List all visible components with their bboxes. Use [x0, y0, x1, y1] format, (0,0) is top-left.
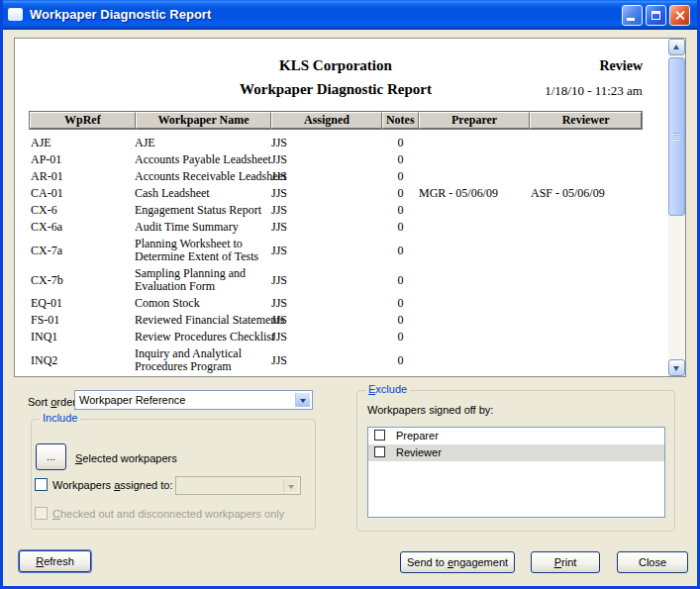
scroll-down-button[interactable] — [668, 359, 685, 376]
assigned-to-dropdown — [175, 476, 301, 495]
column-header-workpaper-name: Workpaper Name — [136, 112, 272, 129]
table-cell — [531, 159, 643, 161]
table-cell: CX-7a — [29, 244, 135, 258]
table-cell: INQ1 — [29, 330, 135, 344]
exclude-group: Exclude Workpapers signed off by: Prepar… — [356, 390, 675, 532]
table-cell: Sampling Planning and Evaluation Form — [135, 266, 271, 294]
table-cell: CX-6 — [29, 203, 135, 218]
table-cell — [531, 359, 643, 361]
checkbox[interactable] — [374, 430, 385, 441]
table-row: CX-6aAudit Time SummaryJJS0 — [29, 219, 643, 236]
table-cell — [531, 176, 643, 178]
minimize-icon — [627, 18, 635, 21]
table-cell — [419, 320, 531, 322]
scrollbar-thumb[interactable] — [668, 57, 685, 216]
column-header-reviewer: Reviewer — [530, 112, 642, 129]
table-cell: JJS — [271, 330, 382, 344]
select-workpapers-button[interactable]: ... — [36, 443, 66, 470]
table-cell: Planning Worksheet to Determine Extent o… — [135, 237, 271, 264]
close-dialog-button[interactable]: Close — [617, 551, 688, 573]
table-cell: JJS — [271, 186, 382, 201]
report-table-header: WpRefWorkpaper NameAssignedNotesPreparer… — [29, 111, 643, 130]
table-cell — [419, 303, 531, 305]
table-row: CX-6Engagement Status ReportJJS0 — [29, 202, 643, 219]
table-cell: Reviewed Financial Statements — [135, 313, 271, 328]
assigned-to-dropdown-button — [283, 478, 299, 493]
table-cell: JJS — [271, 313, 382, 328]
table-cell — [419, 249, 531, 251]
table-cell — [531, 320, 643, 322]
scroll-up-button[interactable] — [668, 39, 685, 55]
sort-order-dropdown-button[interactable] — [295, 392, 311, 408]
table-cell: Accounts Receivable Leadsheet — [135, 169, 271, 184]
table-cell: JJS — [271, 152, 382, 167]
report-header: KLS Corporation Review Workpaper Diagnos… — [29, 57, 643, 97]
table-cell: Audit Time Summary — [135, 220, 271, 235]
table-cell — [419, 359, 531, 361]
scroll-up-icon — [673, 45, 679, 49]
table-row: EQ-01Comon StockJJS0 — [29, 295, 643, 312]
print-button[interactable]: Print — [531, 551, 600, 573]
column-header-wpref: WpRef — [30, 112, 136, 129]
vertical-scrollbar[interactable] — [668, 39, 685, 376]
table-cell: CX-7b — [29, 273, 135, 288]
report-content: KLS Corporation Review Workpaper Diagnos… — [15, 39, 668, 376]
workpapers-assigned-label: Workpapers assigned to: — [52, 479, 172, 491]
report-table: WpRefWorkpaper NameAssignedNotesPreparer… — [29, 111, 643, 376]
exclude-item-label: Preparer — [396, 428, 439, 444]
chevron-down-icon — [288, 485, 294, 489]
table-cell: 0 — [382, 136, 419, 150]
table-cell: AJE — [29, 136, 135, 150]
scroll-down-icon — [673, 366, 679, 371]
table-cell: CX-6a — [29, 220, 135, 235]
report-table-body: AJEAJEJJS0AP-01Accounts Payable Leadshee… — [29, 135, 643, 376]
table-row: INQ2Inquiry and Analytical Procedures Pr… — [29, 345, 643, 375]
table-cell: EQ-01 — [29, 296, 135, 311]
app-icon — [8, 8, 23, 21]
maximize-button[interactable] — [646, 5, 666, 26]
table-cell: Accounts Payable Leadsheet — [135, 152, 271, 167]
table-cell — [419, 176, 531, 178]
table-cell: INQ2 — [29, 353, 135, 368]
include-group: Include ... Selected workpapers Workpape… — [31, 419, 316, 530]
report-preview-panel: KLS Corporation Review Workpaper Diagnos… — [14, 38, 686, 377]
table-cell: JJS — [271, 136, 382, 150]
exclude-list[interactable]: PreparerReviewer — [367, 427, 665, 518]
column-header-notes: Notes — [382, 112, 419, 129]
table-cell — [531, 249, 643, 251]
table-cell: JJS — [271, 273, 382, 288]
title-bar[interactable]: Workpaper Diagnostic Report — [0, 0, 700, 30]
table-cell: Review Procedures Checklist — [135, 330, 271, 344]
sort-order-dropdown[interactable]: Workpaper Reference — [74, 390, 313, 410]
chevron-down-icon — [300, 399, 306, 403]
table-cell: Engagement Status Report — [135, 203, 271, 218]
table-cell — [531, 279, 643, 281]
table-cell: JJS — [271, 353, 382, 368]
exclude-item-label: Reviewer — [396, 444, 442, 461]
include-group-label: Include — [40, 412, 80, 424]
workpaper-diagnostic-report-dialog: Workpaper Diagnostic Report KLS Corporat… — [0, 0, 700, 589]
signed-off-by-label: Workpapers signed off by: — [367, 404, 493, 416]
report-datetime: 1/18/10 - 11:23 am — [545, 83, 643, 99]
checked-out-label: Checked out and disconnected workpapers … — [52, 508, 284, 520]
table-cell: 0 — [382, 353, 419, 368]
refresh-button[interactable]: Refresh — [19, 550, 91, 572]
table-cell: AJE — [135, 136, 271, 150]
table-cell: 0 — [382, 152, 419, 167]
exclude-item-reviewer[interactable]: Reviewer — [368, 444, 664, 461]
sort-order-label: Sort order: — [28, 396, 79, 408]
exclude-group-label: Exclude — [365, 383, 410, 395]
column-header-preparer: Preparer — [419, 112, 531, 129]
send-to-engagement-button[interactable]: Send to engagement — [400, 551, 515, 573]
workpapers-assigned-checkbox[interactable] — [35, 478, 48, 491]
table-cell: 0 — [382, 203, 419, 218]
table-cell: AP-01 — [29, 152, 135, 167]
table-cell: FS-01 — [29, 313, 135, 328]
checkbox[interactable] — [374, 446, 385, 457]
table-cell: Inquiry and Analytical Procedures Progra… — [135, 346, 271, 374]
close-button[interactable] — [669, 5, 690, 26]
minimize-button[interactable] — [622, 5, 643, 26]
exclude-item-preparer[interactable]: Preparer — [368, 428, 664, 444]
table-row: INQ1Review Procedures ChecklistJJS0 — [29, 329, 643, 345]
report-type: Review — [599, 58, 643, 74]
